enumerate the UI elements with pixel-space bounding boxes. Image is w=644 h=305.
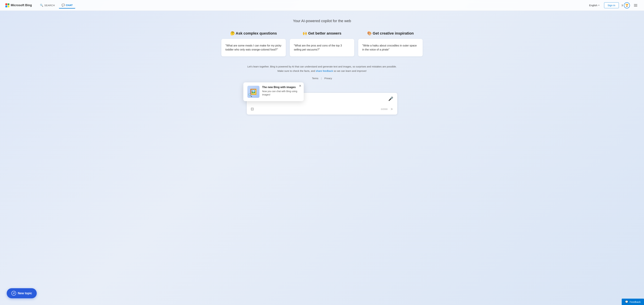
language-selector[interactable]: English ▼ bbox=[588, 3, 602, 8]
chat-icon: 💬 bbox=[62, 4, 65, 7]
image-upload-button[interactable]: ⊡ bbox=[250, 106, 254, 112]
nav-chat-label: CHAT bbox=[66, 4, 73, 6]
tooltip-description: Now you can chat with Bing using images! bbox=[262, 90, 300, 96]
feedback-button[interactable]: 💬 Feedback bbox=[622, 298, 644, 305]
char-count: 0/2000 bbox=[381, 108, 388, 110]
image-upload-icon: ⊡ bbox=[251, 107, 254, 111]
new-topic-label: New topic bbox=[18, 292, 32, 295]
chat-input-footer: ⊡ 0/2000 ➤ bbox=[250, 106, 394, 112]
new-topic-button[interactable]: ↺ New topic bbox=[7, 288, 37, 298]
tooltip-title: The new Bing with images bbox=[262, 86, 300, 89]
bing-logo-icon bbox=[5, 3, 10, 8]
logo-text: Microsoft Bing bbox=[11, 4, 32, 7]
feature-icon-3: 🎨 bbox=[367, 31, 373, 36]
new-topic-icon: ↺ bbox=[12, 291, 16, 296]
header: Microsoft Bing 🔍 SEARCH 💬 CHAT English ▼… bbox=[0, 0, 644, 11]
feature-headers: 🤔 Ask complex questions 🙌 Get better ans… bbox=[221, 31, 422, 36]
nav-search-label: SEARCH bbox=[44, 4, 55, 7]
sign-in-button[interactable]: Sign in bbox=[604, 2, 619, 8]
nav-chat[interactable]: 💬 CHAT bbox=[59, 2, 76, 8]
hamburger-line-3 bbox=[634, 6, 637, 6]
search-icon: 🔍 bbox=[40, 4, 43, 7]
trophy-icon: 🏆 bbox=[624, 2, 630, 8]
hamburger-menu-button[interactable] bbox=[632, 3, 639, 8]
feature-card-3[interactable]: "Write a haiku about crocodiles in outer… bbox=[358, 39, 422, 56]
feature-header-1: 🤔 Ask complex questions bbox=[221, 31, 286, 36]
feedback-label: Feedback bbox=[630, 300, 641, 303]
terms-link[interactable]: Terms bbox=[312, 77, 318, 80]
terms-links: Terms | Privacy bbox=[312, 77, 332, 80]
share-feedback-link[interactable]: share feedback bbox=[316, 70, 333, 72]
feature-example-3: "Write a haiku about crocodiles in outer… bbox=[362, 44, 417, 51]
disclaimer: Let's learn together. Bing is powered by… bbox=[246, 64, 398, 73]
feature-card-1[interactable]: "What are some meals I can make for my p… bbox=[221, 39, 286, 56]
image-tooltip: ✕ 🖼️ The new Bing with images Now you ca… bbox=[243, 82, 304, 101]
feature-section: 🤔 Ask complex questions 🙌 Get better ans… bbox=[221, 31, 422, 56]
nav-search[interactable]: 🔍 SEARCH bbox=[37, 2, 58, 8]
nav: 🔍 SEARCH 💬 CHAT bbox=[37, 2, 75, 8]
hamburger-line-1 bbox=[634, 4, 637, 4]
chat-input-section: Choose a conversation style Preview ✕ 🖼️… bbox=[246, 86, 398, 115]
tooltip-image: 🖼️ bbox=[247, 86, 260, 98]
feature-card-2[interactable]: "What are the pros and cons of the top 3… bbox=[290, 39, 354, 56]
feature-header-2: 🙌 Get better answers bbox=[290, 31, 354, 36]
tooltip-content: The new Bing with images Now you can cha… bbox=[262, 86, 300, 96]
chevron-down-icon: ▼ bbox=[598, 4, 600, 6]
mic-icon: 🎤 bbox=[388, 96, 393, 101]
feature-cards: "What are some meals I can make for my p… bbox=[221, 39, 422, 56]
feature-header-3: 🎨 Get creative inspiration bbox=[358, 31, 422, 36]
chat-input-box: ✕ 🖼️ The new Bing with images Now you ca… bbox=[246, 92, 398, 115]
mic-button[interactable]: 🎤 bbox=[388, 96, 394, 102]
disclaimer-end: so we can learn and improve! bbox=[333, 70, 366, 72]
hamburger-line-2 bbox=[634, 5, 637, 6]
feature-example-2: "What are the pros and cons of the top 3… bbox=[294, 44, 342, 51]
feature-title-2: Get better answers bbox=[308, 31, 342, 36]
header-right: English ▼ Sign in 3 🏆 bbox=[588, 2, 639, 8]
logo[interactable]: Microsoft Bing bbox=[5, 3, 32, 8]
send-icon: ➤ bbox=[390, 107, 393, 111]
feature-title-1: Ask complex questions bbox=[236, 31, 277, 36]
terms-divider: | bbox=[321, 77, 322, 80]
feature-title-3: Get creative inspiration bbox=[373, 31, 414, 36]
feedback-icon: 💬 bbox=[625, 300, 628, 303]
privacy-link[interactable]: Privacy bbox=[324, 77, 332, 80]
feature-example-1: "What are some meals I can make for my p… bbox=[226, 44, 282, 51]
send-button[interactable]: ➤ bbox=[390, 106, 394, 112]
main-content: Your AI-powered copilot for the web 🤔 As… bbox=[0, 11, 644, 305]
page-subtitle: Your AI-powered copilot for the web bbox=[293, 19, 351, 23]
reward-count: 3 bbox=[622, 4, 623, 7]
input-footer-right: 0/2000 ➤ bbox=[381, 106, 394, 112]
feature-icon-1: 🤔 bbox=[230, 31, 236, 36]
language-label: English bbox=[589, 4, 598, 7]
feature-icon-2: 🙌 bbox=[302, 31, 308, 36]
tooltip-close-button[interactable]: ✕ bbox=[299, 84, 301, 88]
reward-badge[interactable]: 3 🏆 bbox=[622, 2, 630, 8]
